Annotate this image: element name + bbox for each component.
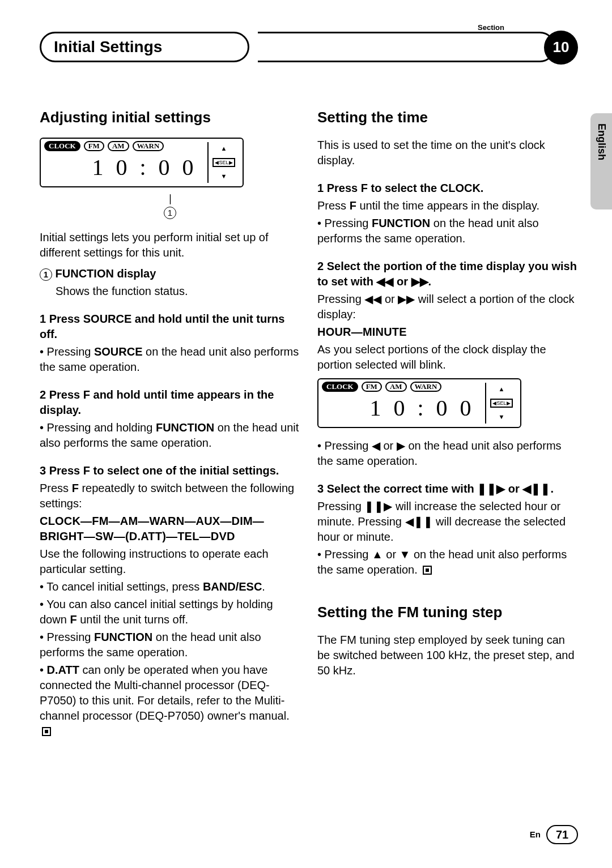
lcd-side-panel: ▲ ◀SEL▶ ▼	[207, 142, 239, 183]
right-step3-bullet1: Pressing ▲ or ▼ on the head unit also pe…	[317, 547, 578, 578]
footer-lang-code: En	[530, 829, 541, 840]
left-step1-bullet1: Pressing SOURCE on the head unit also pe…	[40, 344, 300, 375]
left-step3-p2: Use the following instructions to operat…	[40, 546, 300, 577]
left-column: Adjusting initial settings CLOCK FM AM W…	[40, 108, 300, 741]
lcd2-label-clock: CLOCK	[322, 382, 358, 392]
language-tab: English	[595, 123, 609, 160]
triangle-down-icon: ▼	[499, 413, 505, 421]
right-step2-bullet1: Pressing ◀ or ▶ on the head unit also pe…	[317, 438, 578, 469]
lcd2-label-fm: FM	[362, 382, 382, 392]
triangle-up-icon: ▲	[499, 385, 505, 394]
left-step3-bullet3: Pressing FUNCTION on the head unit also …	[40, 630, 300, 660]
lcd-illustration: CLOCK FM AM WARN 1 0 : 0 0 ▲ ◀SEL▶ ▼ ∣1	[40, 138, 300, 220]
section-number: 10	[553, 37, 570, 57]
lcd2-label-am: AM	[385, 382, 407, 392]
right-step3-p1: Pressing ❚❚▶ will increase the selected …	[317, 499, 578, 545]
triangle-down-icon: ▼	[221, 172, 227, 181]
lcd-label-clock: CLOCK	[44, 141, 80, 151]
heading-fm-step: Setting the FM tuning step	[317, 602, 578, 622]
end-of-topic-icon	[423, 566, 432, 575]
left-step3: 3 Press F to select one of the initial s…	[40, 463, 300, 478]
right-step2: 2 Select the portion of the time display…	[317, 259, 578, 289]
fm-step-p1: The FM tuning step employed by seek tuni…	[317, 632, 578, 678]
right-step2-p2: As you select portions of the clock disp…	[317, 342, 578, 373]
lcd-label-fm: FM	[84, 141, 104, 151]
lcd-label-warn: WARN	[133, 141, 164, 151]
right-step1-bullet1: Pressing FUNCTION on the head unit also …	[317, 216, 578, 246]
lcd-sel-label: ◀SEL▶	[212, 158, 235, 167]
lcd-illustration-2: CLOCK FM AM WARN 1 0 : 0 0 ▲ ◀SEL▶ ▼	[317, 378, 578, 428]
right-step2-p1: Pressing ◀◀ or ▶▶ will select a portion …	[317, 292, 578, 322]
section-number-bubble: 10	[544, 31, 578, 65]
right-intro: This is used to set the time on the unit…	[317, 138, 578, 168]
right-step3: 3 Select the correct time with ❚❚▶ or ◀❚…	[317, 481, 578, 497]
page-title: Initial Settings	[54, 36, 162, 58]
lcd2-sel-label: ◀SEL▶	[490, 399, 512, 408]
triangle-up-icon: ▲	[221, 144, 227, 153]
settings-sequence: CLOCK—FM—AM—WARN—AUX—DIM—BRIGHT—SW—(D.AT…	[40, 514, 300, 544]
left-step1: 1 Press SOURCE and hold until the unit t…	[40, 311, 300, 342]
hour-minute-seq: HOUR—MINUTE	[317, 324, 578, 340]
lcd-callout: ∣1	[40, 192, 300, 220]
left-step3-bullet1: To cancel initial settings, press BAND/E…	[40, 579, 300, 595]
end-of-topic-icon	[42, 727, 51, 736]
callout-body: Shows the function status.	[40, 284, 300, 299]
left-step2: 2 Press F and hold until time appears in…	[40, 387, 300, 418]
section-stem	[258, 32, 555, 62]
heading-adjusting: Adjusting initial settings	[40, 108, 300, 127]
lcd2-side-panel: ▲ ◀SEL▶ ▼	[485, 383, 517, 424]
lcd-label-am: AM	[108, 141, 129, 151]
right-column: Setting the time This is used to set the…	[317, 108, 578, 741]
left-intro: Initial settings lets you perform initia…	[40, 230, 300, 260]
left-step2-bullet1: Pressing and holding FUNCTION on the hea…	[40, 420, 300, 451]
heading-setting-time: Setting the time	[317, 108, 578, 127]
right-step1: 1 Press F to select the CLOCK.	[317, 181, 578, 196]
left-step3-p1: Press F repeatedly to switch between the…	[40, 481, 300, 511]
page-number: 71	[546, 825, 578, 844]
lcd2-label-warn: WARN	[410, 382, 442, 392]
page-header: Section Initial Settings 10	[40, 23, 578, 62]
page-footer: En 71	[530, 825, 578, 844]
callout-number: 1	[164, 207, 176, 219]
left-step3-bullet2: You can also cancel initial settings by …	[40, 597, 300, 627]
left-step3-bullet4: D.ATT can only be operated when you have…	[40, 662, 300, 739]
right-step1-p1: Press F until the time appears in the di…	[317, 198, 578, 213]
section-label: Section	[478, 23, 504, 33]
page-title-pill: Initial Settings	[40, 32, 249, 62]
callout-function-display: 1 FUNCTION display	[40, 266, 300, 281]
